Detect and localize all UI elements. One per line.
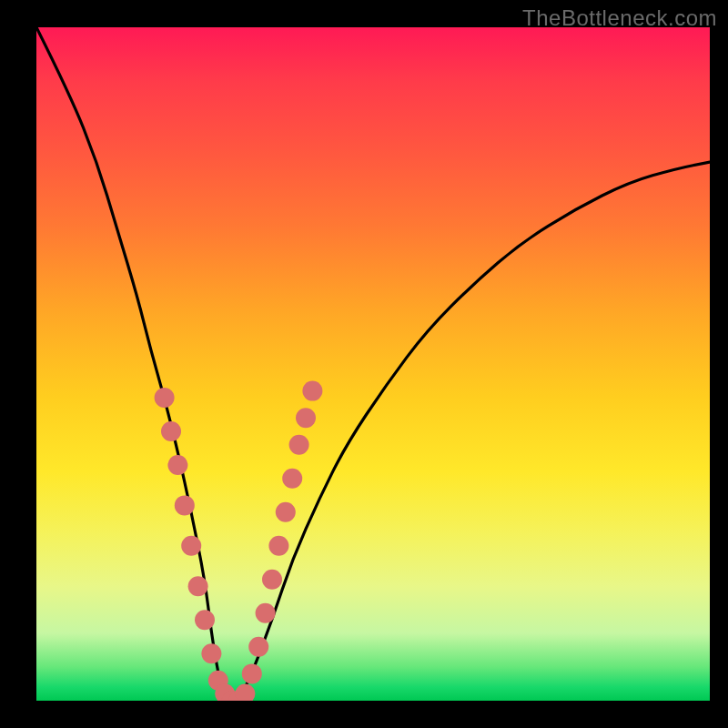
data-marker	[268, 536, 288, 556]
data-marker	[248, 637, 268, 657]
data-marker	[289, 435, 309, 455]
data-marker	[296, 408, 316, 428]
data-marker	[155, 388, 175, 408]
data-marker	[302, 381, 322, 401]
data-marker	[175, 495, 195, 515]
data-marker	[161, 421, 181, 441]
plot-area	[36, 27, 710, 701]
chart-frame: TheBottleneck.com	[0, 0, 728, 728]
data-marker	[282, 469, 302, 489]
data-marker	[256, 603, 276, 623]
data-marker	[188, 576, 208, 596]
data-marker	[167, 455, 187, 475]
data-marker	[235, 684, 255, 701]
data-marker	[181, 536, 201, 556]
data-marker	[195, 610, 215, 630]
data-marker	[242, 663, 262, 683]
curve-svg	[36, 27, 710, 701]
data-marker	[262, 570, 282, 590]
data-marker	[201, 643, 221, 663]
bottleneck-curve	[36, 27, 710, 701]
marker-group	[155, 381, 323, 701]
data-marker	[276, 502, 296, 522]
